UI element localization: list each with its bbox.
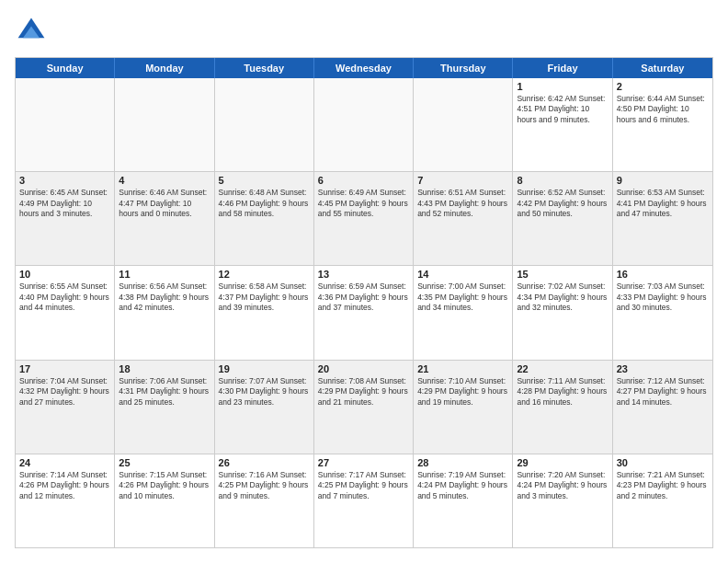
day-info: Sunrise: 7:10 AM Sunset: 4:29 PM Dayligh… xyxy=(417,376,508,408)
day-number: 13 xyxy=(318,269,409,280)
calendar-body: 1Sunrise: 6:42 AM Sunset: 4:51 PM Daylig… xyxy=(16,78,712,547)
day-info: Sunrise: 7:19 AM Sunset: 4:24 PM Dayligh… xyxy=(417,470,508,501)
day-info: Sunrise: 7:08 AM Sunset: 4:29 PM Dayligh… xyxy=(318,376,409,408)
day-cell-4: 4Sunrise: 6:46 AM Sunset: 4:47 PM Daylig… xyxy=(115,172,214,265)
day-info: Sunrise: 6:44 AM Sunset: 4:50 PM Dayligh… xyxy=(617,94,709,125)
day-info: Sunrise: 7:16 AM Sunset: 4:25 PM Dayligh… xyxy=(219,470,310,501)
day-number: 5 xyxy=(219,175,310,186)
logo-icon xyxy=(15,15,48,48)
day-info: Sunrise: 6:52 AM Sunset: 4:42 PM Dayligh… xyxy=(517,188,608,219)
week-row-4: 17Sunrise: 7:04 AM Sunset: 4:32 PM Dayli… xyxy=(16,360,712,454)
day-number: 23 xyxy=(617,363,709,374)
day-cell-29: 29Sunrise: 7:20 AM Sunset: 4:24 PM Dayli… xyxy=(513,454,612,547)
day-cell-19: 19Sunrise: 7:07 AM Sunset: 4:30 PM Dayli… xyxy=(215,361,314,454)
day-info: Sunrise: 7:15 AM Sunset: 4:26 PM Dayligh… xyxy=(119,470,210,501)
day-number: 14 xyxy=(417,269,508,280)
empty-cell xyxy=(215,78,314,171)
day-cell-15: 15Sunrise: 7:02 AM Sunset: 4:34 PM Dayli… xyxy=(513,266,612,359)
day-info: Sunrise: 7:12 AM Sunset: 4:27 PM Dayligh… xyxy=(617,376,709,408)
day-number: 17 xyxy=(19,363,110,374)
day-number: 28 xyxy=(417,457,508,468)
day-cell-13: 13Sunrise: 6:59 AM Sunset: 4:36 PM Dayli… xyxy=(314,266,414,359)
day-number: 7 xyxy=(417,175,508,186)
day-number: 29 xyxy=(517,457,608,468)
day-number: 10 xyxy=(19,269,110,280)
empty-cell xyxy=(115,78,214,171)
day-number: 18 xyxy=(119,363,210,374)
day-cell-18: 18Sunrise: 7:06 AM Sunset: 4:31 PM Dayli… xyxy=(115,361,214,454)
day-info: Sunrise: 6:59 AM Sunset: 4:36 PM Dayligh… xyxy=(318,282,409,313)
day-number: 8 xyxy=(517,175,608,186)
day-cell-7: 7Sunrise: 6:51 AM Sunset: 4:43 PM Daylig… xyxy=(414,172,513,265)
day-number: 12 xyxy=(219,269,310,280)
day-info: Sunrise: 6:58 AM Sunset: 4:37 PM Dayligh… xyxy=(219,282,310,313)
day-info: Sunrise: 7:07 AM Sunset: 4:30 PM Dayligh… xyxy=(219,376,310,408)
day-info: Sunrise: 6:53 AM Sunset: 4:41 PM Dayligh… xyxy=(617,188,709,219)
day-info: Sunrise: 7:11 AM Sunset: 4:28 PM Dayligh… xyxy=(517,376,608,408)
day-cell-27: 27Sunrise: 7:17 AM Sunset: 4:25 PM Dayli… xyxy=(314,454,414,547)
day-info: Sunrise: 7:14 AM Sunset: 4:26 PM Dayligh… xyxy=(19,470,110,501)
day-cell-1: 1Sunrise: 6:42 AM Sunset: 4:51 PM Daylig… xyxy=(513,78,612,171)
day-info: Sunrise: 6:49 AM Sunset: 4:45 PM Dayligh… xyxy=(318,188,409,219)
day-number: 30 xyxy=(617,457,709,468)
day-cell-20: 20Sunrise: 7:08 AM Sunset: 4:29 PM Dayli… xyxy=(314,361,414,454)
day-cell-2: 2Sunrise: 6:44 AM Sunset: 4:50 PM Daylig… xyxy=(613,78,712,171)
week-row-5: 24Sunrise: 7:14 AM Sunset: 4:26 PM Dayli… xyxy=(16,454,712,547)
empty-cell xyxy=(414,78,513,171)
day-number: 25 xyxy=(119,457,210,468)
day-of-week-friday: Friday xyxy=(513,58,612,78)
day-cell-9: 9Sunrise: 6:53 AM Sunset: 4:41 PM Daylig… xyxy=(613,172,712,265)
day-number: 19 xyxy=(219,363,310,374)
logo xyxy=(15,15,51,48)
day-info: Sunrise: 6:46 AM Sunset: 4:47 PM Dayligh… xyxy=(119,188,210,219)
day-cell-24: 24Sunrise: 7:14 AM Sunset: 4:26 PM Dayli… xyxy=(16,454,115,547)
week-row-1: 1Sunrise: 6:42 AM Sunset: 4:51 PM Daylig… xyxy=(16,78,712,171)
day-info: Sunrise: 6:42 AM Sunset: 4:51 PM Dayligh… xyxy=(517,94,608,125)
day-number: 22 xyxy=(517,363,608,374)
day-cell-3: 3Sunrise: 6:45 AM Sunset: 4:49 PM Daylig… xyxy=(16,172,115,265)
day-number: 3 xyxy=(19,175,110,186)
day-info: Sunrise: 6:45 AM Sunset: 4:49 PM Dayligh… xyxy=(19,188,110,219)
day-of-week-wednesday: Wednesday xyxy=(314,58,414,78)
day-number: 2 xyxy=(617,81,709,92)
day-number: 21 xyxy=(417,363,508,374)
day-number: 16 xyxy=(617,269,709,280)
day-info: Sunrise: 7:03 AM Sunset: 4:33 PM Dayligh… xyxy=(617,282,709,313)
day-cell-16: 16Sunrise: 7:03 AM Sunset: 4:33 PM Dayli… xyxy=(613,266,712,359)
day-cell-5: 5Sunrise: 6:48 AM Sunset: 4:46 PM Daylig… xyxy=(215,172,314,265)
day-info: Sunrise: 6:51 AM Sunset: 4:43 PM Dayligh… xyxy=(417,188,508,219)
day-cell-6: 6Sunrise: 6:49 AM Sunset: 4:45 PM Daylig… xyxy=(314,172,414,265)
day-of-week-monday: Monday xyxy=(115,58,214,78)
day-cell-30: 30Sunrise: 7:21 AM Sunset: 4:23 PM Dayli… xyxy=(613,454,712,547)
day-cell-11: 11Sunrise: 6:56 AM Sunset: 4:38 PM Dayli… xyxy=(115,266,214,359)
day-info: Sunrise: 7:02 AM Sunset: 4:34 PM Dayligh… xyxy=(517,282,608,313)
day-cell-8: 8Sunrise: 6:52 AM Sunset: 4:42 PM Daylig… xyxy=(513,172,612,265)
day-number: 1 xyxy=(517,81,608,92)
day-cell-10: 10Sunrise: 6:55 AM Sunset: 4:40 PM Dayli… xyxy=(16,266,115,359)
day-of-week-saturday: Saturday xyxy=(613,58,712,78)
day-info: Sunrise: 7:04 AM Sunset: 4:32 PM Dayligh… xyxy=(19,376,110,408)
day-cell-12: 12Sunrise: 6:58 AM Sunset: 4:37 PM Dayli… xyxy=(215,266,314,359)
day-of-week-thursday: Thursday xyxy=(414,58,513,78)
day-info: Sunrise: 7:06 AM Sunset: 4:31 PM Dayligh… xyxy=(119,376,210,408)
day-number: 20 xyxy=(318,363,409,374)
empty-cell xyxy=(16,78,115,171)
week-row-3: 10Sunrise: 6:55 AM Sunset: 4:40 PM Dayli… xyxy=(16,265,712,359)
day-number: 26 xyxy=(219,457,310,468)
page: SundayMondayTuesdayWednesdayThursdayFrid… xyxy=(0,0,728,563)
day-cell-26: 26Sunrise: 7:16 AM Sunset: 4:25 PM Dayli… xyxy=(215,454,314,547)
day-number: 4 xyxy=(119,175,210,186)
day-cell-23: 23Sunrise: 7:12 AM Sunset: 4:27 PM Dayli… xyxy=(613,361,712,454)
calendar: SundayMondayTuesdayWednesdayThursdayFrid… xyxy=(15,57,713,548)
empty-cell xyxy=(314,78,414,171)
day-info: Sunrise: 7:17 AM Sunset: 4:25 PM Dayligh… xyxy=(318,470,409,501)
day-cell-22: 22Sunrise: 7:11 AM Sunset: 4:28 PM Dayli… xyxy=(513,361,612,454)
day-number: 9 xyxy=(617,175,709,186)
day-cell-14: 14Sunrise: 7:00 AM Sunset: 4:35 PM Dayli… xyxy=(414,266,513,359)
day-cell-25: 25Sunrise: 7:15 AM Sunset: 4:26 PM Dayli… xyxy=(115,454,214,547)
header xyxy=(15,15,713,48)
day-info: Sunrise: 7:00 AM Sunset: 4:35 PM Dayligh… xyxy=(417,282,508,313)
day-number: 24 xyxy=(19,457,110,468)
day-of-week-tuesday: Tuesday xyxy=(215,58,314,78)
week-row-2: 3Sunrise: 6:45 AM Sunset: 4:49 PM Daylig… xyxy=(16,171,712,265)
